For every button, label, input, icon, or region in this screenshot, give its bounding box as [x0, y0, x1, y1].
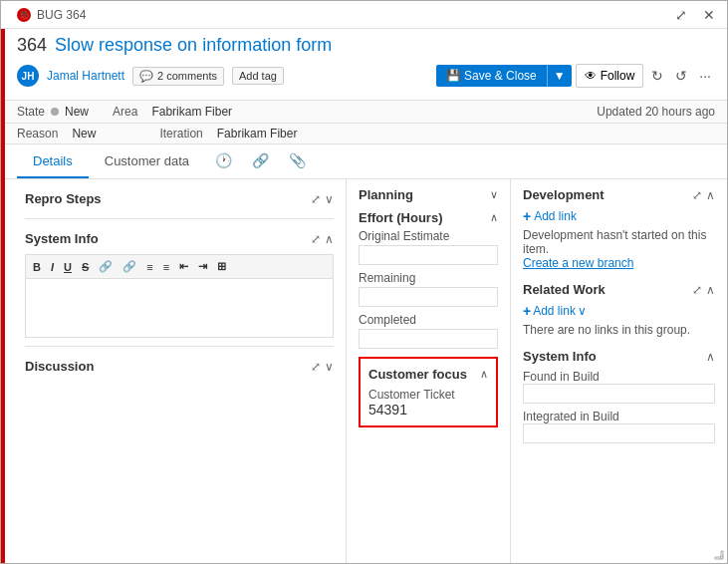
resize-handle[interactable]: [713, 549, 725, 561]
close-button[interactable]: ✕: [699, 5, 719, 25]
planning-section-header: Planning ∨: [359, 187, 498, 202]
strikethrough-button[interactable]: S: [79, 260, 92, 274]
completed-input[interactable]: [359, 329, 498, 349]
development-add-link-button[interactable]: + Add link: [523, 208, 577, 224]
customer-focus-title: Customer focus: [368, 367, 467, 382]
integrated-in-build-field: Integrated in Build: [523, 410, 715, 443]
effort-title: Effort (Hours): [359, 210, 443, 225]
remaining-label: Remaining: [359, 271, 498, 285]
refresh-button[interactable]: ↻: [647, 66, 667, 86]
customer-focus-header: Customer focus ∧: [368, 367, 488, 382]
original-estimate-label: Original Estimate: [359, 229, 498, 243]
create-branch-link[interactable]: Create a new branch: [523, 256, 633, 270]
remaining-input[interactable]: [359, 287, 498, 307]
iteration-value[interactable]: Fabrikam Fiber: [217, 127, 298, 141]
tab-attachments-icon[interactable]: 📎: [279, 144, 316, 178]
ul-button[interactable]: ≡: [143, 260, 155, 274]
work-item-id: 364: [17, 35, 47, 56]
related-work-title: Related Work: [523, 282, 606, 297]
development-title: Development: [523, 187, 605, 202]
system-info-editor[interactable]: [25, 278, 334, 338]
development-collapse-icon[interactable]: ∧: [706, 188, 715, 202]
ol-button[interactable]: ≡: [160, 260, 172, 274]
bold-button[interactable]: B: [30, 260, 44, 274]
discussion-expand-icon[interactable]: ⤢: [311, 360, 321, 374]
customer-focus-section: Customer focus ∧ Customer Ticket 54391: [359, 357, 498, 427]
original-estimate-field: Original Estimate: [359, 229, 498, 265]
title-bar-text: BUG 364: [37, 8, 86, 22]
discussion-divider: [25, 346, 334, 347]
tab-customer-data[interactable]: Customer data: [89, 145, 205, 178]
follow-icon: 👁: [585, 69, 597, 83]
assigned-to-user[interactable]: Jamal Hartnett: [47, 69, 124, 83]
add-tag-button[interactable]: Add tag: [232, 67, 284, 85]
plus-icon: +: [523, 208, 531, 224]
integrated-in-build-input[interactable]: [523, 423, 715, 443]
remaining-field: Remaining: [359, 271, 498, 307]
system-info-collapse-icon[interactable]: ∧: [325, 232, 334, 246]
tab-history-icon[interactable]: 🕐: [205, 144, 242, 178]
development-section: Development ⤢ ∧ + Add link Development h…: [523, 187, 715, 270]
more-options-button[interactable]: ···: [695, 66, 715, 86]
save-close-button[interactable]: 💾 Save & Close ▼: [436, 65, 572, 87]
work-item-type-indicator: [1, 29, 5, 564]
work-item-title[interactable]: Slow response on information form: [55, 35, 332, 56]
completed-field: Completed: [359, 313, 498, 349]
comments-icon: 💬: [139, 70, 153, 83]
avatar: JH: [17, 65, 39, 87]
comments-button[interactable]: 💬 2 comments: [132, 67, 224, 86]
state-label: State: [17, 105, 45, 119]
save-icon: 💾: [446, 69, 461, 83]
planning-chevron[interactable]: ∨: [490, 188, 498, 201]
repro-steps-divider: [25, 218, 334, 219]
integrated-in-build-label: Integrated in Build: [523, 410, 715, 423]
customer-ticket-value[interactable]: 54391: [368, 402, 488, 418]
editor-toolbar: B I U S 🔗 🔗 ≡ ≡ ⇤ ⇥ ⊞: [25, 254, 334, 278]
related-work-section-header: Related Work ⤢ ∧: [523, 282, 715, 297]
found-in-build-input[interactable]: [523, 384, 715, 404]
repro-steps-title: Repro Steps: [25, 191, 102, 206]
planning-title: Planning: [359, 187, 413, 202]
image-button[interactable]: ⊞: [214, 259, 229, 274]
repro-steps-expand-icon[interactable]: ⤢: [311, 192, 321, 206]
save-close-dropdown[interactable]: ▼: [547, 65, 572, 87]
reason-value[interactable]: New: [72, 127, 96, 141]
title-bar: 🐞 BUG 364 ⤢ ✕: [1, 1, 727, 29]
tab-bar: Details Customer data 🕐 🔗 📎: [1, 144, 727, 179]
discussion-chevron-icon[interactable]: ∨: [325, 360, 334, 374]
unlink-button[interactable]: 🔗: [120, 259, 139, 274]
customer-focus-collapse-icon[interactable]: ∧: [480, 368, 488, 381]
found-in-build-field: Found in Build: [523, 370, 715, 404]
related-work-section: Related Work ⤢ ∧ + Add link ∨ There are …: [523, 282, 715, 337]
system-info-expand-icon[interactable]: ⤢: [311, 232, 321, 246]
related-work-add-link-button[interactable]: + Add link ∨: [523, 303, 587, 319]
completed-label: Completed: [359, 313, 498, 327]
outdent-button[interactable]: ⇥: [195, 259, 210, 274]
repro-steps-collapse-icon[interactable]: ∨: [325, 192, 334, 206]
system-info-right-section: System Info ∧ Found in Build Integrated …: [523, 349, 715, 443]
updated-timestamp: Updated 20 hours ago: [597, 105, 715, 119]
expand-button[interactable]: ⤢: [671, 5, 691, 25]
state-value[interactable]: New: [65, 105, 89, 119]
iteration-field: Iteration Fabrikam Fiber: [159, 127, 297, 141]
area-value[interactable]: Fabrikam Fiber: [151, 105, 232, 119]
follow-button[interactable]: 👁 Follow: [576, 64, 644, 88]
related-work-expand-icon[interactable]: ⤢: [692, 283, 702, 297]
system-info-collapse-icon[interactable]: ∧: [706, 350, 715, 364]
undo-button[interactable]: ↺: [671, 66, 691, 86]
related-dropdown-icon: ∨: [578, 304, 587, 318]
effort-collapse-icon[interactable]: ∧: [490, 211, 498, 224]
bug-icon: 🐞: [17, 8, 31, 22]
development-expand-icon[interactable]: ⤢: [692, 188, 702, 202]
reason-field: Reason New: [17, 127, 96, 141]
system-info-title: System Info: [25, 231, 99, 246]
tab-links-icon[interactable]: 🔗: [242, 144, 279, 178]
italic-button[interactable]: I: [48, 260, 57, 274]
tab-details[interactable]: Details: [17, 145, 89, 178]
middle-content-panel: Planning ∨ Effort (Hours) ∧ Original Est…: [347, 179, 511, 564]
indent-button[interactable]: ⇤: [176, 259, 191, 274]
link-button[interactable]: 🔗: [96, 259, 116, 274]
underline-button[interactable]: U: [61, 260, 75, 274]
original-estimate-input[interactable]: [359, 245, 498, 265]
related-work-collapse-icon[interactable]: ∧: [706, 283, 715, 297]
